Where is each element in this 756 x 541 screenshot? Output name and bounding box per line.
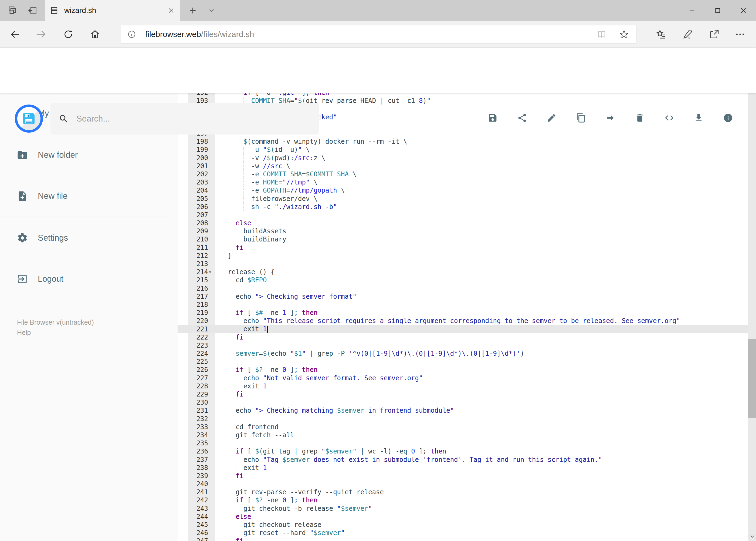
code-line-text[interactable]: cd frontend: [215, 423, 748, 431]
forward-icon[interactable]: [36, 29, 47, 40]
code-line-text[interactable]: exit 1: [215, 464, 748, 472]
code-line-text[interactable]: fi: [215, 537, 748, 541]
url-text[interactable]: filebrowser.web/files/wizard.sh: [145, 30, 254, 39]
scrollbar-thumb[interactable]: [748, 339, 756, 418]
tab-close-icon[interactable]: [167, 7, 175, 14]
code-line-text[interactable]: -e GOPATH=//tmp/gopath \: [215, 187, 748, 194]
browser-tab[interactable]: wizard.sh: [45, 0, 180, 21]
share-page-icon[interactable]: [709, 29, 720, 40]
code-line-text[interactable]: fi: [215, 472, 748, 480]
code-line-text[interactable]: buildAssets: [215, 228, 748, 235]
set-tabs-aside-icon[interactable]: [28, 6, 37, 15]
sidebar-item-label: Logout: [38, 274, 64, 284]
code-line-text[interactable]: git checkout release: [215, 521, 748, 529]
back-icon[interactable]: [10, 29, 21, 40]
code-line-text[interactable]: echo "> Checking matching $semver in fro…: [215, 407, 748, 414]
code-line-text[interactable]: echo "This release script requires a sin…: [215, 317, 748, 325]
code-line-text[interactable]: release () {: [215, 268, 748, 276]
scroll-down-icon[interactable]: [748, 532, 756, 541]
code-line-text[interactable]: echo "Tag $semver does not exist in subm…: [215, 456, 748, 463]
code-line-text[interactable]: echo "> Checking semver format": [215, 293, 748, 300]
line-number: 223: [177, 342, 215, 349]
code-line-text[interactable]: fi: [215, 333, 748, 341]
reading-view-icon[interactable]: [597, 29, 607, 39]
info-icon: [723, 113, 733, 123]
download-button[interactable]: [694, 113, 704, 123]
line-number: 242: [177, 496, 215, 504]
sidebar-item-settings[interactable]: Settings: [0, 225, 177, 252]
move-icon: [606, 113, 616, 123]
annotate-pen-icon[interactable]: [682, 29, 693, 40]
address-bar[interactable]: filebrowser.web/files/wizard.sh: [121, 25, 636, 44]
code-line-text[interactable]: else: [215, 219, 748, 227]
code-line-text[interactable]: if [ $? -ne 0 ]; then: [215, 496, 748, 504]
edit-button[interactable]: [547, 113, 557, 123]
code-icon: [664, 113, 674, 123]
share-button[interactable]: [517, 113, 527, 123]
code-line-text[interactable]: if [ $? -ne 0 ]; then: [215, 366, 748, 373]
code-line-text[interactable]: -e COMMIT_SHA=$COMMIT_SHA \: [215, 171, 748, 178]
code-line-text[interactable]: filebrowser/dev \: [215, 195, 748, 203]
code-line-text[interactable]: fi: [215, 244, 748, 252]
line-number: 221: [177, 325, 215, 333]
page-scrollbar[interactable]: [748, 48, 756, 541]
code-line-text[interactable]: else: [215, 513, 748, 520]
tab-preview-icon[interactable]: [8, 6, 17, 15]
window-maximize-button[interactable]: [705, 0, 730, 21]
line-number: 201: [177, 162, 215, 170]
code-line-text[interactable]: -u "$(id -u)" \: [215, 146, 748, 154]
code-line-text[interactable]: if [ $(git tag | grep "$semver" | wc -l)…: [215, 447, 748, 455]
code-line-text[interactable]: git checkout -b release "$semver": [215, 505, 748, 512]
help-link[interactable]: Help: [17, 329, 31, 336]
refresh-icon[interactable]: [63, 29, 74, 40]
more-options-icon[interactable]: [735, 29, 745, 40]
code-line-text[interactable]: echo "Not valid semver format. See semve…: [215, 374, 748, 382]
sidebar-item-new-folder[interactable]: New folder: [0, 142, 177, 169]
logout-icon: [17, 273, 28, 285]
move-button[interactable]: [606, 113, 616, 123]
code-editor[interactable]: 192 if [ -d ".git" ]; then193 COMMIT_SHA…: [177, 93, 748, 541]
code-line-text[interactable]: cd $REPO: [215, 276, 748, 284]
edit-icon: [547, 113, 557, 123]
window-minimize-button[interactable]: [679, 0, 705, 21]
code-line-text[interactable]: }: [215, 252, 748, 260]
line-number: 237: [177, 456, 215, 463]
filebrowser-logo[interactable]: [15, 105, 43, 133]
code-line: 213: [177, 260, 748, 268]
code-line-text[interactable]: sh -c "./wizard.sh -b": [215, 203, 748, 211]
info-button[interactable]: [723, 113, 733, 123]
code-line-text[interactable]: git reset --hard "$semver": [215, 529, 748, 537]
line-number: 217: [177, 293, 215, 300]
code-button[interactable]: [664, 113, 674, 123]
delete-button[interactable]: [635, 113, 645, 123]
search-input[interactable]: Search...: [76, 114, 110, 124]
tab-list-chevron-icon[interactable]: [204, 0, 219, 21]
code-line-text[interactable]: exit 1: [215, 325, 748, 333]
site-info-icon[interactable]: [127, 30, 136, 39]
copy-button[interactable]: [576, 113, 586, 123]
code-line-text[interactable]: git fetch --all: [215, 431, 748, 439]
code-line-text[interactable]: if [ $# -ne 1 ]; then: [215, 309, 748, 316]
code-line-text[interactable]: git rev-parse --verify --quiet release: [215, 488, 748, 496]
search-box[interactable]: Search...: [51, 103, 319, 135]
new-tab-button[interactable]: [185, 0, 201, 21]
code-line-text[interactable]: buildBinary: [215, 236, 748, 243]
code-line: 216: [177, 284, 748, 292]
home-icon[interactable]: [90, 29, 101, 40]
code-line-text[interactable]: -w //src \: [215, 162, 748, 170]
code-line-text[interactable]: -v /$(pwd):/src:z \: [215, 154, 748, 162]
hub-favorites-icon[interactable]: [656, 29, 667, 40]
code-line-text[interactable]: exit 1: [215, 382, 748, 390]
code-line-text[interactable]: fi: [215, 390, 748, 398]
sidebar-item-new-file[interactable]: New file: [0, 183, 177, 210]
save-button[interactable]: [488, 113, 498, 123]
line-number: 205: [177, 195, 215, 203]
code-line-text[interactable]: semver=$(echo "$1" | grep -P '^v(0|[1-9]…: [215, 350, 748, 357]
sidebar-item-logout[interactable]: Logout: [0, 266, 177, 292]
window-close-button[interactable]: [730, 0, 756, 21]
code-line-text[interactable]: -e HOME="//tmp" \: [215, 179, 748, 186]
code-line: 220 echo "This release script requires a…: [177, 317, 748, 325]
favorite-star-icon[interactable]: [619, 29, 629, 39]
line-number: 203: [177, 179, 215, 186]
code-line: 224 semver=$(echo "$1" | grep -P '^v(0|[…: [177, 349, 748, 357]
